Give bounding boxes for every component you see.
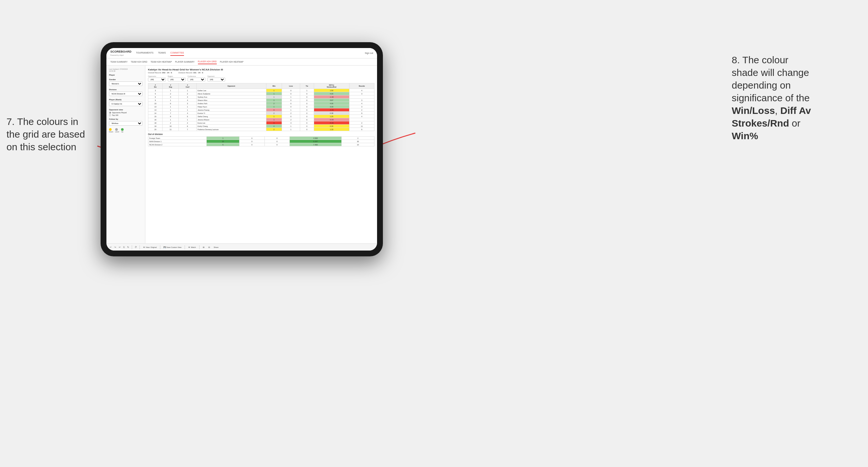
redo-icon[interactable]: ↪ bbox=[114, 245, 117, 249]
player-rank-select[interactable]: 8. Katelyn Vo bbox=[109, 101, 143, 106]
copy-icon[interactable]: ⎘ bbox=[123, 245, 125, 249]
sub-nav-team-h2h-grid[interactable]: TEAM H2H GRID bbox=[131, 60, 147, 64]
opponents-select[interactable]: (All) bbox=[148, 77, 166, 82]
table-row: NCAA Division 2 5 0 0 7.400 10 bbox=[148, 143, 374, 146]
annotation-left-line1: 7. The colours in bbox=[6, 116, 78, 127]
gender-select[interactable]: Women's bbox=[109, 82, 143, 86]
colour-by-label: Colour by bbox=[109, 118, 143, 120]
filter-row: Opponents: (All) Region (All) Conference bbox=[148, 75, 374, 82]
sign-out-link[interactable]: Sign out bbox=[365, 52, 373, 54]
watch-icon: 👁 bbox=[188, 246, 190, 248]
panel-player-rank-section: Player (Rank) 8. Katelyn Vo bbox=[109, 99, 143, 106]
watch-btn[interactable]: 👁 Watch bbox=[187, 246, 197, 249]
save-icon: 💾 bbox=[163, 246, 166, 248]
radio-top100[interactable]: Top 100 bbox=[109, 114, 143, 116]
layout-btn[interactable]: ⊞ bbox=[202, 246, 206, 249]
legend-down: Down bbox=[109, 128, 113, 133]
table-row: 311 Esther Lee 1 0 1 1.50 4 bbox=[148, 89, 374, 92]
filter-region: Region (All) bbox=[168, 75, 186, 82]
undo-icon[interactable]: ↩ bbox=[109, 245, 112, 249]
panel-player-section: Player bbox=[109, 74, 143, 76]
sub-nav-team-h2h-heatmap[interactable]: TEAM H2H HEATMAP bbox=[151, 60, 172, 64]
grid-btn[interactable]: ⊟ bbox=[207, 246, 211, 249]
col-reg: #Reg bbox=[162, 84, 179, 89]
table-row: 1585 Stella Cheng 1 0 0 1.25 4 bbox=[148, 115, 374, 118]
radio-dot-selected bbox=[109, 112, 111, 114]
radio-opponents-played[interactable]: Opponents Played bbox=[109, 112, 143, 114]
annotation-right-line2: shade will change bbox=[732, 67, 809, 78]
sub-nav: TEAM SUMMARY TEAM H2H GRID TEAM H2H HEAT… bbox=[106, 58, 377, 66]
clock-icon[interactable]: ⏱ bbox=[134, 245, 137, 249]
opponent-view-label: Opponent view bbox=[109, 109, 143, 111]
annotation-right-line4: significance of the bbox=[732, 93, 810, 103]
opponent-view-section: Opponent view Opponents Played Top 100 bbox=[109, 109, 143, 116]
legend-level: Level bbox=[115, 128, 119, 133]
table-row: 522 Alexis Sudjianto 1 0 0 4.00 3 bbox=[148, 92, 374, 95]
table-row: 1611 Jessica Mason 1 2 0 -0.94 bbox=[148, 118, 374, 121]
annotation-comma: , bbox=[775, 105, 780, 116]
sub-nav-player-h2h-heatmap[interactable]: PLAYER H2H HEATMAP bbox=[220, 60, 244, 64]
colour-by-select[interactable]: Win/loss bbox=[109, 121, 143, 126]
annotation-bold-diffav: Diff Av bbox=[780, 105, 811, 116]
save-custom-btn[interactable]: 💾 Save Custom View bbox=[162, 246, 183, 249]
sub-nav-player-summary[interactable]: PLAYER SUMMARY bbox=[175, 60, 195, 64]
view-original-btn[interactable]: 👁 View: Original bbox=[142, 246, 158, 249]
division-select[interactable]: NCAA Division III bbox=[109, 92, 143, 96]
grid-subtitle: Overall Record: 353 - 34 - 6 Division Re… bbox=[148, 72, 374, 74]
right-panel: Katelyn Vo Head-to-Head Grid for Women's… bbox=[145, 66, 377, 243]
legend-dot-down bbox=[109, 128, 112, 131]
annotation-left-line2: the grid are based bbox=[6, 129, 85, 139]
filter-conference: Conference (All) bbox=[188, 75, 206, 82]
right-annotation: 8. The colour shade will change dependin… bbox=[732, 54, 855, 142]
col-tie: Tie bbox=[300, 84, 314, 89]
panel-colour-by-section: Colour by Win/loss bbox=[109, 118, 143, 126]
toolbar-sep3 bbox=[160, 245, 160, 249]
legend-dot-level bbox=[115, 128, 118, 131]
opponent-select[interactable]: (All) bbox=[207, 77, 225, 82]
logo: SCOREBOARD Powered by clippd bbox=[110, 50, 131, 57]
last-updated: Last Updated: 27/03/2024 16:55:38 bbox=[109, 68, 143, 72]
table-row: Foreign Team 1 0 0 4.500 2 bbox=[148, 136, 374, 140]
annotation-right-line1: 8. The colour bbox=[732, 55, 788, 65]
table-row: 1822 Euna Lee 0 3 0 -5.00 2 bbox=[148, 121, 374, 125]
bottom-toolbar: ↩ ↪ ↩ ⎘ ↻ ⏱ 👁 View: Original 💾 Save Cust… bbox=[106, 243, 377, 251]
annotation-bold-strokes: Strokes/Rnd bbox=[732, 118, 789, 128]
conference-select[interactable]: (All) bbox=[188, 77, 206, 82]
overall-record: Overall Record: 353 - 34 - 6 bbox=[148, 72, 172, 74]
player-rank-label: Player (Rank) bbox=[109, 99, 143, 101]
panel-division-section: Division NCAA Division III bbox=[109, 89, 143, 96]
filter-opponent: Opponent (All) bbox=[207, 75, 225, 82]
sub-nav-team-summary[interactable]: TEAM SUMMARY bbox=[110, 60, 127, 64]
toolbar-sep4 bbox=[185, 245, 185, 249]
sub-nav-player-h2h-grid[interactable]: PLAYER H2H GRID bbox=[198, 59, 217, 64]
radio-group: Opponents Played Top 100 bbox=[109, 112, 143, 116]
nav-bar: SCOREBOARD Powered by clippd TOURNAMENTS… bbox=[106, 48, 377, 58]
eye-icon: 👁 bbox=[143, 246, 145, 248]
table-row: NAIA Division 1 15 0 0 9.267 30 bbox=[148, 140, 374, 143]
col-diff: Diff AvStrokes/Rnd bbox=[314, 84, 349, 89]
nav-tournaments[interactable]: TOURNAMENTS bbox=[136, 50, 153, 56]
main-data-table: #Div #Reg #Conf Opponent Win Loss Tie Di… bbox=[148, 83, 374, 131]
nav-committee[interactable]: COMMITTEE bbox=[170, 50, 184, 56]
left-panel: Last Updated: 27/03/2024 16:55:38 Player… bbox=[106, 66, 145, 243]
colour-legend: Down Level Up bbox=[109, 128, 143, 133]
out-of-division-table: Foreign Team 1 0 0 4.500 2 NAIA Division… bbox=[148, 136, 374, 146]
share-btn[interactable]: Share bbox=[213, 246, 220, 249]
filter-opponents: Opponents: (All) bbox=[148, 75, 166, 82]
colour-dots: Down Level Up bbox=[109, 128, 143, 133]
toolbar-sep2 bbox=[140, 245, 140, 249]
region-select[interactable]: (All) bbox=[168, 77, 186, 82]
refresh-icon[interactable]: ↻ bbox=[127, 245, 130, 249]
col-rounds: Rounds bbox=[349, 84, 374, 89]
back-icon[interactable]: ↩ bbox=[118, 245, 121, 249]
legend-up: Up bbox=[121, 128, 124, 133]
annotation-or: or bbox=[789, 118, 801, 128]
nav-teams[interactable]: TEAMS bbox=[158, 50, 166, 56]
annotation-bold-winloss: Win/Loss bbox=[732, 105, 775, 116]
table-row: 19106 Emily Chang 4 1 0 0.30 11 bbox=[148, 125, 374, 128]
tablet-screen: SCOREBOARD Powered by clippd TOURNAMENTS… bbox=[106, 48, 377, 251]
player-label: Player bbox=[109, 74, 143, 76]
col-loss: Loss bbox=[282, 84, 300, 89]
left-annotation: 7. The colours in the grid are based on … bbox=[6, 115, 97, 153]
nav-right: Sign out bbox=[365, 52, 373, 54]
